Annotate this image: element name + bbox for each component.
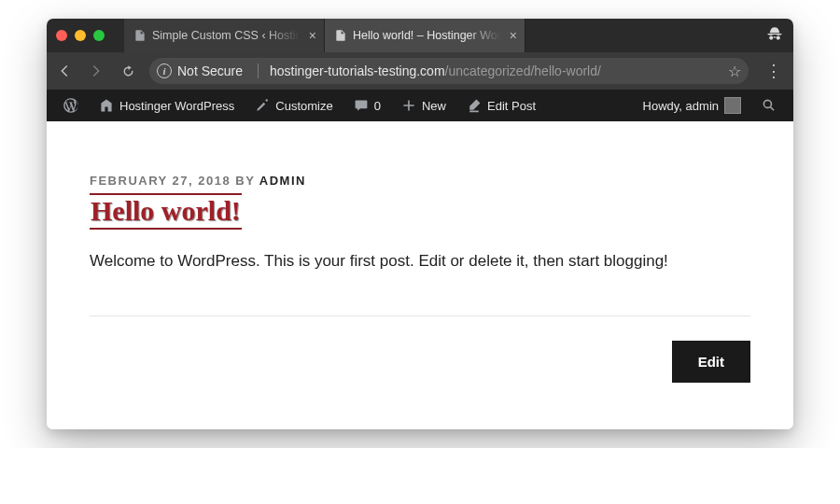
post-date: FEBRUARY 27, 2018	[90, 174, 231, 188]
tab-strip: Simple Custom CSS ‹ Hostinge × Hello wor…	[124, 19, 749, 52]
browser-menu-button[interactable]: ⋮	[760, 61, 788, 81]
post-author-link[interactable]: ADMIN	[259, 174, 306, 188]
reload-button[interactable]	[118, 61, 138, 81]
admin-search-button[interactable]	[754, 90, 784, 121]
post-content: FEBRUARY 27, 2018 BY ADMIN Hello world! …	[47, 121, 793, 429]
browser-toolbar: i Not Secure hostinger-tutorials-testing…	[47, 52, 793, 90]
new-content-link[interactable]: New	[394, 90, 454, 121]
meta-by: BY	[231, 174, 259, 188]
post-title: Hello world!	[90, 193, 242, 230]
wp-logo[interactable]	[56, 90, 86, 121]
separator	[258, 63, 259, 78]
site-name-text: Hostinger WordPress	[119, 99, 234, 113]
close-tab-icon[interactable]: ×	[510, 29, 517, 42]
minimize-window-button[interactable]	[75, 30, 86, 41]
bookmark-star-icon[interactable]: ☆	[728, 63, 741, 80]
edit-post-text: Edit Post	[487, 99, 536, 113]
window-controls	[56, 30, 118, 41]
back-button[interactable]	[54, 61, 75, 81]
new-label: New	[422, 99, 446, 113]
url-domain: hostinger-tutorials-testing.com	[270, 63, 445, 78]
post-meta: FEBRUARY 27, 2018 BY ADMIN	[90, 174, 750, 188]
wp-admin-bar: Hostinger WordPress Customize 0 New Edit…	[47, 90, 793, 121]
security-chip: Not Secure	[177, 63, 243, 78]
edit-post-link[interactable]: Edit Post	[459, 90, 543, 121]
customize-link[interactable]: Customize	[247, 90, 340, 121]
site-name-link[interactable]: Hostinger WordPress	[91, 90, 242, 121]
close-window-button[interactable]	[56, 30, 67, 41]
titlebar: Simple Custom CSS ‹ Hostinge × Hello wor…	[47, 19, 793, 52]
comments-link[interactable]: 0	[346, 90, 388, 121]
post-body: Welcome to WordPress. This is your first…	[90, 252, 750, 271]
forward-button[interactable]	[86, 61, 106, 81]
edit-row: Edit	[90, 341, 750, 383]
customize-text: Customize	[275, 99, 332, 113]
tab-title: Hello world! – Hostinger WordP	[353, 29, 504, 42]
browser-window: Simple Custom CSS ‹ Hostinge × Hello wor…	[47, 19, 793, 429]
avatar	[724, 97, 741, 114]
content-divider	[90, 315, 750, 316]
url-text: hostinger-tutorials-testing.com /uncateg…	[270, 63, 719, 78]
maximize-window-button[interactable]	[93, 30, 105, 41]
info-icon: i	[157, 63, 172, 78]
tab-title: Simple Custom CSS ‹ Hostinge	[152, 29, 303, 42]
edit-button[interactable]: Edit	[672, 341, 750, 383]
page-icon	[334, 29, 347, 42]
url-path: /uncategorized/hello-world/	[445, 63, 601, 78]
tab-hello-world[interactable]: Hello world! – Hostinger WordP ×	[325, 19, 525, 52]
comments-count: 0	[374, 99, 381, 113]
tab-simple-custom-css[interactable]: Simple Custom CSS ‹ Hostinge ×	[124, 19, 325, 52]
page-icon	[133, 29, 147, 42]
close-tab-icon[interactable]: ×	[309, 29, 316, 42]
titlebar-right	[756, 24, 793, 47]
greeting-text: Howdy, admin	[643, 99, 719, 113]
address-bar[interactable]: i Not Secure hostinger-tutorials-testing…	[149, 58, 749, 84]
incognito-icon	[765, 24, 784, 47]
account-menu[interactable]: Howdy, admin	[636, 90, 749, 121]
